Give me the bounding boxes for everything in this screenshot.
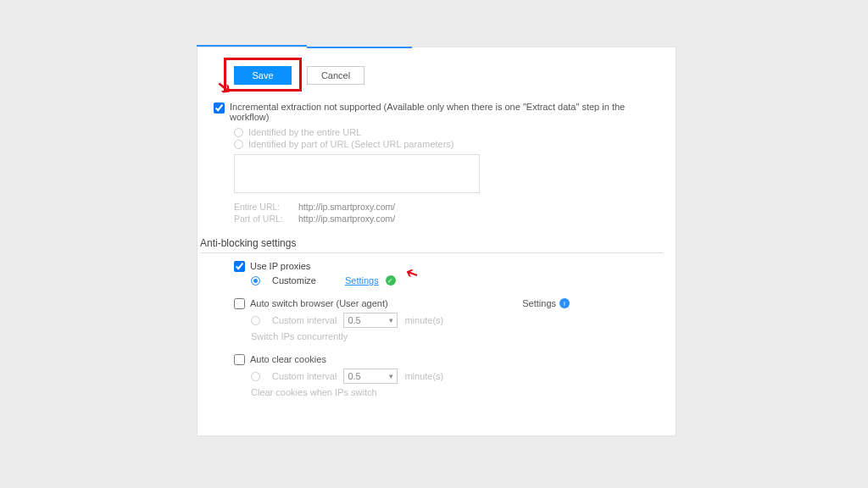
option-entire-url-label: Identified by the entire URL (248, 127, 361, 137)
incremental-label: Incremental extraction not supported (Av… (230, 102, 663, 122)
clear-interval-select: 0.5 ▾ (343, 369, 398, 384)
radio-part-url (234, 140, 243, 149)
customize-radio[interactable] (251, 276, 260, 286)
interval-value: 0.5 (348, 315, 360, 325)
clear-interval-label: Custom interval (272, 371, 337, 381)
part-url-row: Part of URL: http://ip.smartproxy.com/ (234, 214, 663, 224)
use-ip-label: Use IP proxies (250, 261, 310, 271)
part-url-value: http://ip.smartproxy.com/ (298, 214, 395, 224)
chevron-down-icon: ▾ (389, 316, 393, 324)
switch-ips-label: Switch IPs concurrently (251, 331, 663, 341)
clear-minutes-label: minute(s) (404, 371, 443, 381)
url-parameters-textarea (234, 154, 480, 193)
clear-interval-value: 0.5 (348, 371, 360, 381)
auto-switch-checkbox[interactable] (234, 298, 245, 309)
entire-url-value: http://ip.smartproxy.com/ (298, 202, 395, 212)
incremental-checkbox[interactable] (214, 103, 225, 114)
interval-select: 0.5 ▾ (343, 313, 398, 328)
status-ok-icon: ✓ (386, 275, 396, 286)
incremental-row: Incremental extraction not supported (Av… (214, 102, 663, 122)
proxy-settings-link[interactable]: Settings (345, 275, 379, 286)
button-row: Save Cancel (234, 66, 364, 85)
top-accent (197, 45, 307, 47)
minutes-label: minute(s) (404, 315, 443, 325)
use-ip-block: Use IP proxies Customize Settings ✓ (234, 260, 663, 286)
chevron-down-icon: ▾ (389, 372, 393, 380)
option-part-url-label: Identified by part of URL (Select URL pa… (248, 139, 454, 149)
cancel-button[interactable]: Cancel (307, 66, 364, 85)
custom-interval-label: Custom interval (272, 315, 337, 325)
auto-clear-label: Auto clear cookies (250, 354, 326, 364)
active-tab-underline (307, 47, 412, 48)
customize-label: Customize (272, 275, 316, 286)
radio-entire-url (234, 128, 243, 137)
settings-content: Incremental extraction not supported (Av… (214, 102, 663, 409)
anti-blocking-heading: Anti-blocking settings (200, 234, 663, 253)
auto-switch-block: Auto switch browser (User agent) Setting… (234, 297, 663, 341)
save-button[interactable]: Save (234, 66, 292, 85)
entire-url-row: Entire URL: http://ip.smartproxy.com/ (234, 202, 663, 212)
browser-settings-label: Settings (522, 298, 556, 308)
entire-url-label: Entire URL: (234, 202, 288, 212)
incremental-suboptions: Identified by the entire URL Identified … (234, 127, 663, 200)
custom-interval-radio (251, 316, 260, 325)
use-ip-checkbox[interactable] (234, 261, 245, 272)
auto-switch-label: Auto switch browser (User agent) (250, 298, 388, 308)
part-url-label: Part of URL: (234, 214, 288, 224)
auto-clear-block: Auto clear cookies Custom interval 0.5 ▾… (234, 353, 663, 397)
info-icon: i (559, 298, 570, 308)
clear-on-switch-label: Clear cookies when IPs switch (251, 387, 663, 397)
auto-clear-checkbox[interactable] (234, 354, 245, 365)
clear-interval-radio (251, 372, 260, 381)
